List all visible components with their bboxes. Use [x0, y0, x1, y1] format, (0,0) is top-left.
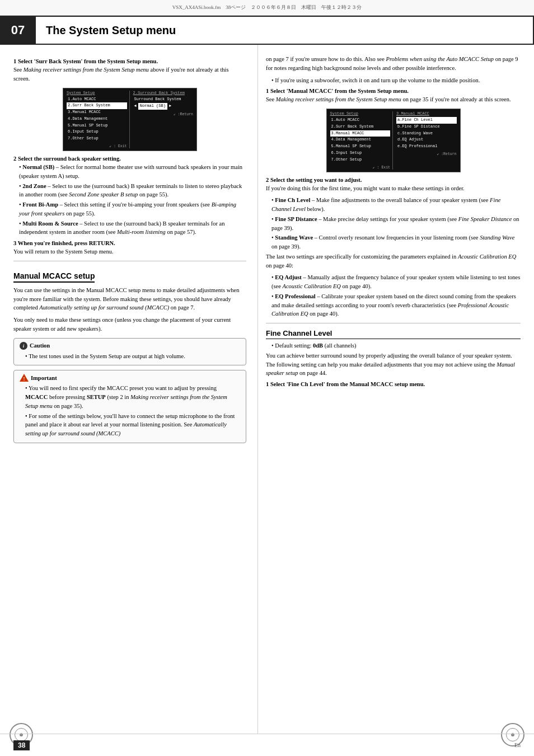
chapter-number: 07 [0, 16, 36, 45]
screen1-item-1: 1.Auto MCACC [67, 96, 127, 103]
screen1-item-4: 4.Data Management [67, 116, 127, 123]
step2-heading: 2 Select the surround back speaker setti… [13, 156, 246, 162]
screen2-right-panel: 3.Manual MCACC a.Fine Ch Level b.Fine SP… [394, 111, 457, 170]
left-column: 1 Select 'Surr Back System' from the Sys… [0, 45, 257, 734]
screen2-right-item-c: c.Standing Wave [396, 130, 457, 137]
screen1-right-item2: ◄Normal (SB)► [133, 102, 194, 110]
screen1-footer-left: ↙ : Exit [67, 144, 127, 148]
eq-bullet-professional: EQ Professional – Calibrate your speaker… [271, 292, 521, 318]
adjust-bullet-fine-sp: Fine SP Distance – Make precise delay se… [271, 215, 521, 233]
bullet-normal-sb: Normal (SB) – Select for normal home the… [19, 163, 246, 181]
screen2-right-item-a: a.Fine Ch Level [396, 117, 457, 124]
screen1-right-title: 2.Surround Back System [133, 91, 194, 95]
page-lang: En [514, 742, 521, 748]
step1-right-body: See Making receiver settings from the Sy… [266, 95, 521, 104]
screen1-left-panel: System Setup 1.Auto MCACC 2.Surr Back Sy… [67, 91, 130, 149]
adjust-bullet-fine-ch: Fine Ch Level – Make fine adjustments to… [271, 196, 521, 214]
screen2-right-item-b: b.Fine SP Distance [396, 124, 457, 130]
main-content: 1 Select 'Surr Back System' from the Sys… [0, 45, 534, 734]
manual-mcacc-body1: You can use the settings in the Manual M… [13, 286, 246, 312]
fine-channel-default: Default setting: 0dB (all channels) [271, 341, 521, 350]
step3-heading: 3 When you're finished, press RETURN. [13, 240, 246, 246]
screen1-item-5: 5.Manual SP Setup [67, 123, 127, 129]
screen2-right-item-e: e.EQ Professional [396, 143, 457, 150]
important-title: ! Important [20, 374, 240, 382]
caution-title: i Caution [20, 342, 240, 350]
screen2-item-7: 7.Other Setup [330, 157, 391, 163]
screen2-right-title: 3.Manual MCACC [396, 111, 457, 116]
important-bullet-2: For some of the settings below, you'll h… [25, 412, 240, 438]
right-body1: on page 7 if you're unsure how to do thi… [266, 55, 521, 73]
screen2-right-item-d: d.EQ Adjust [396, 137, 457, 143]
file-info-bar: VSX_AX4ASi.book.fm 38ページ ２００６年６月８日 木曜日 午… [0, 0, 534, 16]
screen1-footer-right: ↙ :Return [133, 112, 194, 116]
screen2-left-title: System Setup [330, 111, 391, 116]
screen1-item-6: 6.Input Setup [67, 129, 127, 135]
eq-bullet-adjust: EQ Adjust – Manually adjust the frequenc… [271, 273, 521, 291]
screen2-left-panel: System Setup 1.Auto MCACC 2.Surr Back Sy… [330, 111, 394, 170]
screen2-image: System Setup 1.Auto MCACC 2.Surr Back Sy… [326, 109, 461, 172]
screen2-footer-right: ↙ :Return [396, 152, 457, 156]
step1-right-heading: 1 Select 'Manual MCACC' from the System … [266, 88, 521, 94]
step2-right-heading: 2 Select the setting you want to adjust. [266, 177, 521, 183]
step1-heading: 1 Select 'Surr Back System' from the Sys… [13, 58, 246, 64]
caution-icon: i [20, 342, 27, 350]
screen2-item-6: 6.Input Setup [330, 150, 391, 157]
screen1-item-7: 7.Other Setup [67, 135, 127, 142]
screen2-item-2: 2.Surr Back System [330, 124, 391, 130]
fine-channel-body: You can achieve better surround sound by… [266, 351, 521, 378]
step3-body: You will return to the System Setup menu… [13, 247, 246, 256]
manual-mcacc-title: Manual MCACC setup [13, 271, 95, 283]
fine-channel-title: Fine Channel Level [266, 329, 521, 339]
chapter-header: 07 The System Setup menu [0, 16, 534, 45]
bullet-front-bi-amp: Front Bi-Amp – Select this setting if yo… [19, 200, 246, 218]
screen1-right-panel: 2.Surround Back System Surround Back Sys… [131, 91, 194, 149]
step2-right-body: If you're doing this for the first time,… [266, 184, 521, 193]
adjust-bullet-standing-wave: Standing Wave – Control overly resonant … [271, 233, 521, 251]
bullet-multi-room: Multi Room & Source – Select to use the … [19, 219, 246, 237]
important-icon: ! [20, 374, 29, 382]
screen1-left-title: System Setup [67, 91, 127, 95]
section-divider [13, 261, 246, 261]
screen2-item-3: 3.Manual MCACC [330, 130, 391, 137]
right-column: on page 7 if you're unsure how to do thi… [257, 45, 534, 734]
page-number: 38 [13, 740, 30, 750]
manual-mcacc-body2: You only need to make these settings onc… [13, 316, 246, 334]
chapter-title: The System Setup menu [36, 16, 534, 45]
step1-body: See Making receiver settings from the Sy… [13, 65, 246, 83]
right-bullet-subwoofer: If you're using a subwoofer, switch it o… [271, 76, 521, 85]
screen2-item-4: 4.Data Management [330, 137, 391, 143]
page-footer: 38 En [0, 734, 534, 756]
bullet-2nd-zone: 2nd Zone – Select to use the (surround b… [19, 182, 246, 200]
screen1-image: System Setup 1.Auto MCACC 2.Surr Back Sy… [63, 88, 197, 152]
fine-channel-divider [266, 323, 521, 323]
caution-bullet: The test tones used in the System Setup … [25, 352, 240, 361]
screen2-item-1: 1.Auto MCACC [330, 117, 391, 124]
screen2-footer-left: ↙ : Exit [330, 165, 391, 170]
caution-box: i Caution The test tones used in the Sys… [13, 338, 246, 366]
important-box: ! Important You will need to first speci… [13, 370, 246, 443]
last-two-body: The last two settings are specifically f… [266, 252, 521, 270]
step1-fine-heading: 1 Select 'Fine Ch Level' from the Manual… [266, 381, 521, 387]
screen1-item-3: 3.Manual MCACC [67, 109, 127, 116]
important-bullet-1: You will need to first specify the MCACC… [25, 384, 240, 410]
screen1-item-2: 2.Surr Back System [67, 102, 127, 109]
screen1-right-item1: Surround Back System [133, 96, 194, 103]
svg-text:!: ! [24, 376, 25, 382]
file-info-text: VSX_AX4ASi.book.fm 38ページ ２００６年６月８日 木曜日 午… [172, 4, 362, 11]
screen2-item-5: 5.Manual SP Setup [330, 143, 391, 150]
